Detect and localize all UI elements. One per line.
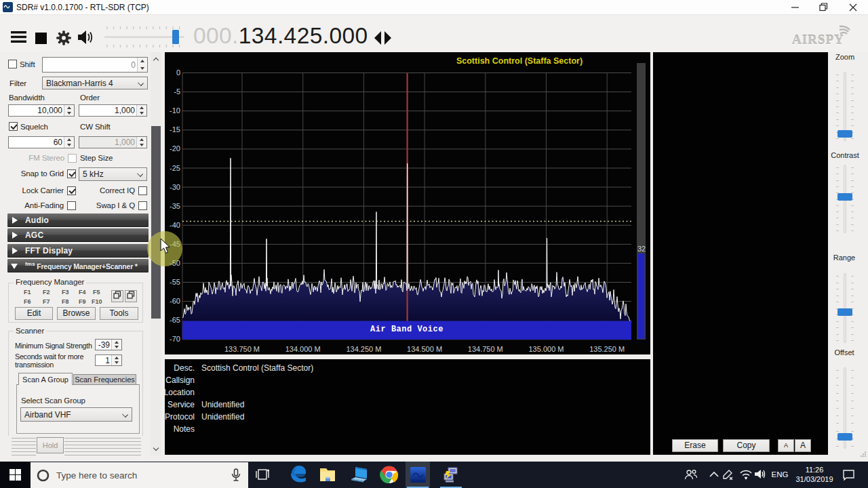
svg-text:-10: -10	[170, 106, 180, 115]
svg-text:-60: -60	[170, 297, 180, 305]
svg-text:0: 0	[176, 68, 180, 77]
svg-text:-40: -40	[170, 221, 180, 229]
svg-text:135.250 M: 135.250 M	[589, 345, 625, 353]
svg-text:-70: -70	[170, 335, 180, 343]
svg-text:134.250 M: 134.250 M	[346, 345, 381, 353]
svg-text:-55: -55	[170, 278, 180, 286]
svg-text:-20: -20	[170, 144, 180, 152]
svg-text:-15: -15	[170, 125, 180, 134]
svg-text:-5: -5	[174, 87, 180, 96]
svg-text:Scottish Control (Staffa Secto: Scottish Control (Staffa Sector)	[456, 56, 583, 66]
svg-text:-65: -65	[170, 316, 180, 324]
svg-text:-25: -25	[170, 164, 180, 172]
svg-text:135.000 M: 135.000 M	[529, 345, 564, 353]
svg-text:Air Band Voice: Air Band Voice	[370, 325, 443, 334]
svg-text:134.000 M: 134.000 M	[285, 345, 321, 353]
svg-text:134.500 M: 134.500 M	[407, 345, 442, 353]
svg-text:-35: -35	[170, 202, 180, 210]
svg-text:-30: -30	[170, 183, 180, 191]
svg-text:133.750 M: 133.750 M	[224, 345, 260, 353]
svg-text:134.750 M: 134.750 M	[468, 345, 503, 353]
svg-text:32: 32	[637, 245, 646, 253]
